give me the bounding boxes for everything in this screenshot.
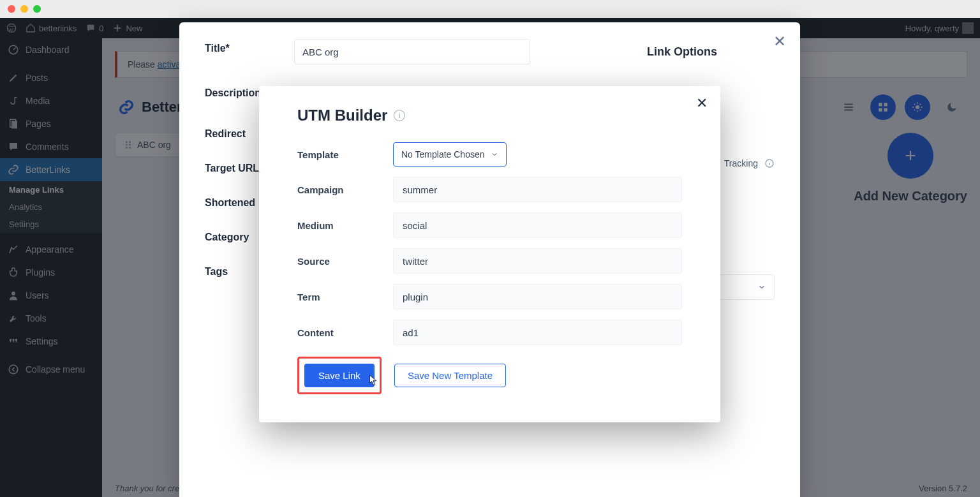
title-label: Title* xyxy=(205,39,281,54)
utm-source-label: Source xyxy=(297,256,380,267)
info-icon xyxy=(764,158,775,168)
title-value: ABC org xyxy=(302,47,339,57)
save-new-template-button[interactable]: Save New Template xyxy=(394,364,506,387)
info-icon[interactable]: i xyxy=(394,110,405,121)
link-options-heading: Link Options xyxy=(590,39,775,71)
utm-campaign-label: Campaign xyxy=(297,184,380,195)
utm-term-label: Term xyxy=(297,292,380,302)
mac-close-dot[interactable] xyxy=(8,5,15,13)
utm-source-input[interactable] xyxy=(393,248,682,274)
utm-template-value: No Template Chosen xyxy=(401,149,484,159)
utm-title-text: UTM Builder xyxy=(297,107,387,124)
mac-max-dot[interactable] xyxy=(33,5,41,13)
utm-medium-label: Medium xyxy=(297,220,380,231)
utm-term-input[interactable] xyxy=(393,284,682,309)
mac-min-dot[interactable] xyxy=(20,5,28,13)
link-option-tracking-label: Tracking xyxy=(724,158,758,168)
utm-template-label: Template xyxy=(297,149,380,160)
chevron-down-icon xyxy=(491,151,498,158)
utm-content-input[interactable] xyxy=(393,320,682,345)
save-link-highlight: Save Link xyxy=(297,357,382,394)
save-link-button[interactable]: Save Link xyxy=(304,364,375,387)
utm-medium-input[interactable] xyxy=(393,212,682,238)
utm-builder-modal: ✕ UTM Builder i Template No Template Cho… xyxy=(259,86,720,422)
chevron-down-icon xyxy=(757,283,766,292)
title-input[interactable]: ABC org xyxy=(294,39,530,64)
close-utm-modal-button[interactable]: ✕ xyxy=(696,95,708,112)
utm-campaign-input[interactable] xyxy=(393,177,682,202)
utm-content-label: Content xyxy=(297,327,380,338)
utm-template-select[interactable]: No Template Chosen xyxy=(393,142,507,167)
mac-titlebar xyxy=(0,0,980,18)
close-modal-button[interactable]: ✕ xyxy=(773,33,786,50)
